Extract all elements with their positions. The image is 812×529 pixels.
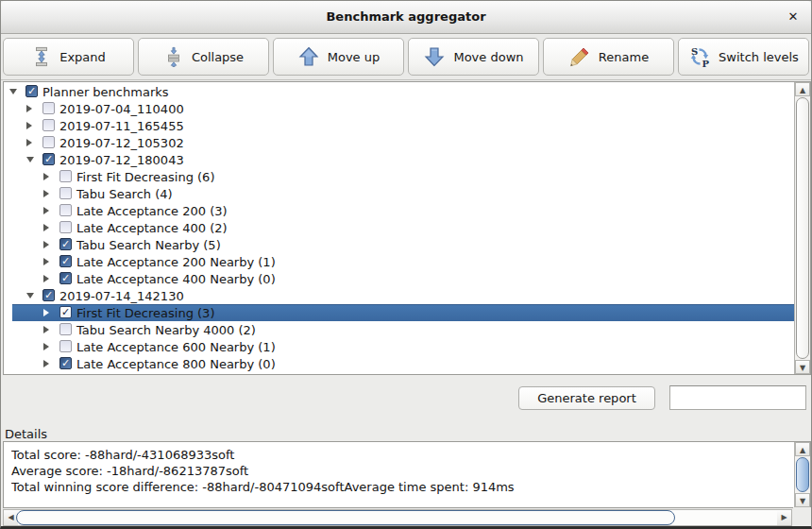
details-label: Details xyxy=(5,427,47,441)
checkbox[interactable]: ✓ xyxy=(25,85,38,97)
tree-row[interactable]: ✓First Fit Decreasing (3) xyxy=(4,304,794,321)
checkbox[interactable] xyxy=(59,170,72,182)
expand-arrow-icon[interactable] xyxy=(43,241,49,248)
tree-row-label[interactable]: 2019-07-14_142130 xyxy=(59,289,184,303)
expand-arrow-icon[interactable] xyxy=(26,122,32,129)
expand-arrow-icon[interactable] xyxy=(26,139,32,146)
tree-row[interactable]: ✓Late Acceptance 800 Nearby (0) xyxy=(4,355,794,372)
tree-vertical-scrollbar[interactable]: ▲ ▼ xyxy=(794,82,810,374)
move-down-button[interactable]: Move down xyxy=(408,38,539,76)
checkbox[interactable] xyxy=(59,204,72,216)
tree-row-label[interactable]: Late Acceptance 200 (3) xyxy=(76,204,228,218)
tree-scrollbar-thumb[interactable] xyxy=(796,97,809,359)
horizontal-scrollbar-thumb[interactable] xyxy=(16,510,675,525)
move-down-icon xyxy=(423,45,446,68)
expand-arrow-icon[interactable] xyxy=(43,343,49,350)
rename-button[interactable]: Rename xyxy=(543,38,674,76)
collapse-button[interactable]: Collapse xyxy=(138,38,269,76)
checkbox[interactable]: ✓ xyxy=(42,289,55,301)
switch-levels-icon: S P xyxy=(688,45,711,68)
move-down-button-label: Move down xyxy=(453,50,523,64)
tree-row-label[interactable]: 2019-07-12_180043 xyxy=(59,153,184,167)
scroll-right-icon[interactable]: ▶ xyxy=(777,510,791,525)
tree-row[interactable]: ✓2019-07-12_180043 xyxy=(4,151,794,168)
tree-row-label[interactable]: 2019-07-04_110400 xyxy=(59,102,184,116)
tree-row[interactable]: Tabu Search (4) xyxy=(4,185,794,202)
tree-row-label[interactable]: 2019-07-12_105302 xyxy=(59,136,184,150)
checkbox[interactable] xyxy=(42,136,55,148)
checkbox[interactable] xyxy=(42,102,55,114)
report-name-field[interactable] xyxy=(669,385,806,410)
rename-button-label: Rename xyxy=(599,50,649,64)
scroll-up-icon[interactable]: ▲ xyxy=(795,82,810,96)
tree-row-label[interactable]: Late Acceptance 400 (2) xyxy=(76,221,228,235)
tree-row-label[interactable]: First Fit Decreasing (3) xyxy=(76,306,214,320)
tree-row[interactable]: ✓Late Acceptance 200 Nearby (1) xyxy=(4,253,794,270)
expand-arrow-icon[interactable] xyxy=(43,360,49,367)
close-icon[interactable]: ✕ xyxy=(785,9,802,26)
scrollbar-corner xyxy=(793,507,811,526)
switch-levels-button[interactable]: S P Switch levels xyxy=(678,38,809,76)
expand-arrow-icon[interactable] xyxy=(43,275,49,282)
checkbox[interactable]: ✓ xyxy=(59,306,72,318)
tree-row-label[interactable]: 2019-07-11_165455 xyxy=(59,119,184,133)
tree-row-label[interactable]: Late Acceptance 800 Nearby (0) xyxy=(76,357,276,371)
expand-button[interactable]: Expand xyxy=(3,38,134,76)
collapse-arrow-icon[interactable] xyxy=(26,293,34,299)
checkbox[interactable]: ✓ xyxy=(59,272,72,284)
tree-row-label[interactable]: First Fit Decreasing (6) xyxy=(76,170,214,184)
tree-row[interactable]: Late Acceptance 400 (2) xyxy=(4,219,794,236)
tree-row[interactable]: ✓Planner benchmarks xyxy=(4,83,794,100)
expand-arrow-icon[interactable] xyxy=(43,173,49,180)
collapse-arrow-icon[interactable] xyxy=(9,89,17,94)
details-panel: Total score: -88hard/-431068933softAvera… xyxy=(3,441,811,508)
tree-row[interactable]: ✓2019-07-14_142130 xyxy=(4,287,794,304)
expand-arrow-icon[interactable] xyxy=(43,326,49,333)
tree-row-label[interactable]: Late Acceptance 200 Nearby (1) xyxy=(76,255,276,269)
details-vertical-scrollbar[interactable]: ▲ ▼ xyxy=(794,442,810,507)
tree-row[interactable]: ✓Late Acceptance 400 Nearby (0) xyxy=(4,270,794,287)
tree-row[interactable]: Tabu Search Nearby 4000 (2) xyxy=(4,321,794,338)
tree-row[interactable]: 2019-07-12_105302 xyxy=(4,134,794,151)
tree-row[interactable]: Late Acceptance 600 Nearby (1) xyxy=(4,338,794,355)
checkbox[interactable]: ✓ xyxy=(59,238,72,250)
rename-icon xyxy=(568,45,591,68)
checkbox[interactable] xyxy=(59,221,72,233)
tree-row-label[interactable]: Tabu Search Nearby (5) xyxy=(76,238,221,252)
checkbox[interactable]: ✓ xyxy=(42,153,55,165)
tree-row[interactable]: 2019-07-04_110400 xyxy=(4,100,794,117)
tree-row-label[interactable]: Tabu Search (4) xyxy=(76,187,173,201)
details-text[interactable]: Total score: -88hard/-431068933softAvera… xyxy=(11,447,791,495)
tree-row[interactable]: Late Acceptance 200 (3) xyxy=(4,202,794,219)
checkbox[interactable]: ✓ xyxy=(59,357,72,369)
collapse-arrow-icon[interactable] xyxy=(26,157,34,162)
checkbox[interactable] xyxy=(59,187,72,199)
benchmark-tree-panel: ✓Planner benchmarks2019-07-04_1104002019… xyxy=(3,81,811,375)
checkbox[interactable] xyxy=(59,323,72,335)
scroll-down-icon[interactable]: ▼ xyxy=(795,360,810,374)
expand-arrow-icon[interactable] xyxy=(43,309,49,316)
expand-arrow-icon[interactable] xyxy=(43,207,49,214)
checkbox[interactable] xyxy=(59,340,72,352)
window-title: Benchmark aggregator xyxy=(1,9,811,24)
expand-arrow-icon[interactable] xyxy=(43,190,49,197)
generate-report-button[interactable]: Generate report xyxy=(518,386,655,410)
details-horizontal-scrollbar[interactable]: ◀ ▶ xyxy=(3,509,792,526)
tree-row-label[interactable]: Planner benchmarks xyxy=(42,85,169,99)
expand-arrow-icon[interactable] xyxy=(43,258,49,265)
details-line: Average score: -18hard/-86213787soft xyxy=(11,463,791,479)
tree-row-label[interactable]: Late Acceptance 400 Nearby (0) xyxy=(76,272,276,286)
expand-arrow-icon[interactable] xyxy=(43,224,49,231)
tree-row[interactable]: 2019-07-11_165455 xyxy=(4,117,794,134)
tree-row-label[interactable]: Tabu Search Nearby 4000 (2) xyxy=(76,323,256,337)
details-scrollbar-thumb[interactable] xyxy=(796,457,809,492)
checkbox[interactable]: ✓ xyxy=(59,255,72,267)
move-up-button[interactable]: Move up xyxy=(273,38,404,76)
tree-row[interactable]: ✓Tabu Search Nearby (5) xyxy=(4,236,794,253)
scroll-down-icon[interactable]: ▼ xyxy=(795,493,810,507)
expand-arrow-icon[interactable] xyxy=(26,105,32,112)
tree-row[interactable]: First Fit Decreasing (6) xyxy=(4,168,794,185)
checkbox[interactable] xyxy=(42,119,55,131)
tree-row-label[interactable]: Late Acceptance 600 Nearby (1) xyxy=(76,340,276,354)
scroll-up-icon[interactable]: ▲ xyxy=(795,442,810,456)
